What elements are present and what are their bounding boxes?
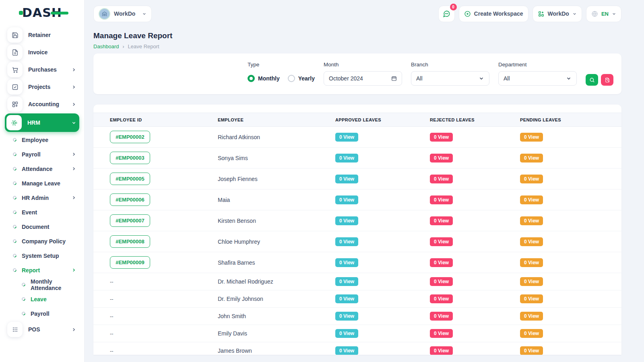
department-value: All (504, 75, 510, 82)
approved-leaves-view-badge[interactable]: 0 View (335, 175, 358, 183)
breadcrumb-current: Leave Report (128, 43, 159, 49)
rejected-leaves-view-badge[interactable]: 0 View (430, 175, 453, 183)
chevron-down-icon (479, 76, 484, 81)
table-row: #EMP00008Chloe Humphrey0 View0 View0 Vie… (93, 231, 621, 252)
rejected-leaves-view-badge[interactable]: 0 View (430, 258, 453, 267)
rejected-leaves-view-badge[interactable]: 0 View (430, 154, 453, 162)
pending-leaves-view-badge[interactable]: 0 View (520, 237, 543, 246)
pending-leaves-view-badge[interactable]: 0 View (520, 329, 543, 338)
month-input[interactable]: October 2024 (324, 71, 402, 86)
approved-leaves-view-badge[interactable]: 0 View (335, 195, 358, 204)
search-icon (589, 77, 595, 83)
sidebar-item-attendance[interactable]: Attendance (5, 162, 79, 175)
pending-leaves-view-badge[interactable]: 0 View (520, 312, 543, 321)
search-button[interactable] (586, 74, 598, 86)
radio-yearly[interactable]: Yearly (288, 75, 315, 82)
sidebar-item-accounting[interactable]: Accounting (5, 96, 79, 112)
employee-id-button[interactable]: #EMP00003 (110, 152, 150, 164)
approved-leaves-view-badge[interactable]: 0 View (335, 154, 358, 162)
projects-icon (7, 79, 23, 95)
approved-leaves-view-badge[interactable]: 0 View (335, 329, 358, 338)
approved-leaves-view-badge[interactable]: 0 View (335, 258, 358, 267)
pending-leaves-view-badge[interactable]: 0 View (520, 133, 543, 142)
employee-id-button[interactable]: #EMP00002 (110, 131, 150, 143)
branch-select[interactable]: All (411, 71, 489, 86)
pending-leaves-view-badge[interactable]: 0 View (520, 258, 543, 267)
rejected-leaves-view-badge[interactable]: 0 View (430, 346, 453, 355)
sidebar-item-label: Manage Leave (22, 180, 60, 187)
sidebar-item-payroll[interactable]: Payroll (5, 148, 79, 161)
sidebar-item-invoice[interactable]: Invoice (5, 44, 79, 60)
reset-filter-button[interactable] (601, 74, 613, 86)
bullet-icon (12, 210, 17, 215)
approved-leaves-view-badge[interactable]: 0 View (335, 277, 358, 286)
sidebar-item-event[interactable]: Event (5, 206, 79, 219)
employee-id-button[interactable]: #EMP00009 (110, 256, 150, 269)
pending-leaves-view-badge[interactable]: 0 View (520, 277, 543, 286)
pending-leaves-view-badge[interactable]: 0 View (520, 175, 543, 183)
sidebar-item-retainer[interactable]: Retainer (5, 27, 79, 43)
bullet-icon (12, 267, 17, 273)
rejected-leaves-view-badge[interactable]: 0 View (430, 329, 453, 338)
sidebar-item-company-policy[interactable]: Company Policy (5, 234, 79, 248)
create-workspace-button[interactable]: Create Workspace (459, 6, 528, 22)
language-selector[interactable]: EN (586, 6, 621, 22)
approved-leaves-view-badge[interactable]: 0 View (335, 237, 358, 246)
breadcrumb: Dashboard › Leave Report (93, 43, 621, 49)
pending-leaves-view-badge[interactable]: 0 View (520, 346, 543, 355)
sidebar-item-hrm[interactable]: HRM (5, 113, 79, 132)
approved-leaves-view-badge[interactable]: 0 View (335, 294, 358, 303)
sidebar-item-payroll[interactable]: Payroll (5, 307, 79, 320)
pending-leaves-view-badge[interactable]: 0 View (520, 216, 543, 225)
logo-accent-bar (51, 12, 68, 14)
workspace-switcher[interactable]: WorkDo (93, 6, 152, 22)
approved-leaves-view-badge[interactable]: 0 View (335, 346, 358, 355)
sidebar-item-manage-leave[interactable]: Manage Leave (5, 177, 79, 190)
sidebar-item-leave[interactable]: Leave (5, 292, 79, 306)
sidebar-item-employee[interactable]: Employee (5, 133, 79, 146)
rejected-leaves-view-badge[interactable]: 0 View (430, 277, 453, 286)
sidebar-item-projects[interactable]: Projects (5, 79, 79, 95)
sidebar-item-document[interactable]: Document (5, 220, 79, 233)
employee-name: Chloe Humphrey (218, 239, 335, 245)
rejected-leaves-view-badge[interactable]: 0 View (430, 133, 453, 142)
app-menu-button[interactable]: WorkDo (533, 6, 582, 22)
sidebar-item-report[interactable]: Report (5, 263, 79, 277)
brand-logo[interactable]: DASH (0, 0, 84, 25)
pending-leaves-view-badge[interactable]: 0 View (520, 154, 543, 162)
breadcrumb-dashboard-link[interactable]: Dashboard (93, 43, 119, 49)
sidebar-item-pos[interactable]: POS (5, 321, 79, 337)
employee-id-button[interactable]: #EMP00005 (110, 173, 150, 185)
employee-id-button[interactable]: #EMP00007 (110, 214, 150, 227)
employee-id-empty: -- (110, 313, 114, 319)
employee-id-button[interactable]: #EMP00006 (110, 193, 150, 206)
col-approved-leaves: APPROVED LEAVES (335, 117, 430, 122)
sidebar-item-label: System Setup (22, 253, 59, 259)
radio-selected-icon (248, 75, 255, 82)
rejected-leaves-view-badge[interactable]: 0 View (430, 216, 453, 225)
sidebar-item-monthly-attendance[interactable]: Monthly Attendance (5, 278, 79, 291)
employee-id-button[interactable]: #EMP00008 (110, 235, 150, 248)
sidebar-item-label: Leave (31, 296, 47, 302)
sidebar-item-label: Payroll (22, 151, 41, 158)
messages-button[interactable]: 0 (438, 6, 455, 22)
radio-monthly[interactable]: Monthly (248, 75, 280, 82)
sidebar-item-system-setup[interactable]: System Setup (5, 249, 79, 262)
approved-leaves-view-badge[interactable]: 0 View (335, 216, 358, 225)
sidebar-item-hr-admin[interactable]: HR Admin (5, 191, 79, 204)
pending-leaves-view-badge[interactable]: 0 View (520, 195, 543, 204)
rejected-leaves-view-badge[interactable]: 0 View (430, 237, 453, 246)
department-select[interactable]: All (498, 71, 577, 86)
topbar-actions: 0 Create Workspace WorkDo EN (438, 6, 621, 22)
sidebar-item-label: Event (22, 209, 37, 216)
pending-leaves-view-badge[interactable]: 0 View (520, 294, 543, 303)
rejected-leaves-view-badge[interactable]: 0 View (430, 294, 453, 303)
branch-filter-group: Branch All (411, 62, 489, 86)
approved-leaves-view-badge[interactable]: 0 View (335, 133, 358, 142)
table-body: #EMP00002Richard Atkinson0 View0 View0 V… (93, 127, 621, 355)
rejected-leaves-view-badge[interactable]: 0 View (430, 312, 453, 321)
approved-leaves-view-badge[interactable]: 0 View (335, 312, 358, 321)
month-label: Month (324, 62, 402, 68)
sidebar-item-purchases[interactable]: Purchases (5, 62, 79, 78)
rejected-leaves-view-badge[interactable]: 0 View (430, 195, 453, 204)
